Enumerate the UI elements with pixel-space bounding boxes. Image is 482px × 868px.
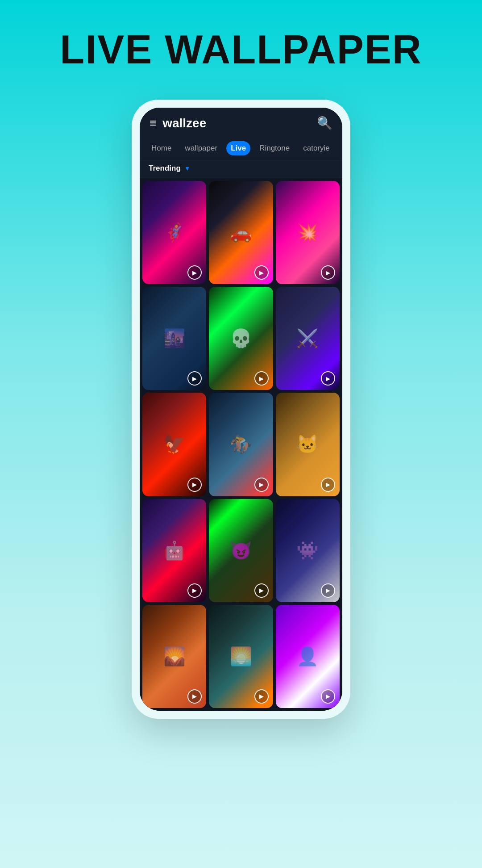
filter-label[interactable]: Trending (149, 164, 181, 173)
nav-tabs: Home wallpaper Live Ringtone catoryie (140, 138, 342, 160)
tab-wallpaper[interactable]: wallpaper (180, 141, 222, 155)
list-item[interactable]: 🌄 ▶ (142, 605, 206, 708)
list-item[interactable]: 🦸‍♂️ ▶ (142, 181, 206, 284)
play-button[interactable]: ▶ (254, 689, 269, 704)
phone-frame: ≡ wallzee 🔍 Home wallpaper Live Ringtone… (132, 100, 350, 719)
list-item[interactable]: 🌅 ▶ (209, 605, 273, 708)
page-title: LIVE WALLPAPER (60, 27, 422, 73)
list-item[interactable]: 💥 ▶ (276, 181, 340, 284)
tab-home[interactable]: Home (147, 141, 176, 155)
play-button[interactable]: ▶ (254, 371, 269, 386)
list-item[interactable]: 🤖 ▶ (142, 499, 206, 602)
list-item[interactable]: 🏇 ▶ (209, 393, 273, 496)
list-item[interactable]: 😈 ▶ (209, 499, 273, 602)
app-logo: wallzee (162, 116, 206, 130)
list-item[interactable]: 🦅 ▶ (142, 393, 206, 496)
list-item[interactable]: 👾 ▶ (276, 499, 340, 602)
list-item[interactable]: 🌆 ▶ (142, 287, 206, 390)
play-button[interactable]: ▶ (254, 478, 269, 492)
list-item[interactable]: ⚔️ ▶ (276, 287, 340, 390)
header-left: ≡ wallzee (150, 116, 206, 130)
play-button[interactable]: ▶ (321, 478, 335, 492)
play-button[interactable]: ▶ (254, 265, 269, 280)
play-button[interactable]: ▶ (187, 689, 202, 704)
app-header: ≡ wallzee 🔍 (140, 108, 342, 138)
tab-ringtone[interactable]: Ringtone (255, 141, 294, 155)
list-item[interactable]: 🐱 ▶ (276, 393, 340, 496)
play-button[interactable]: ▶ (321, 583, 335, 598)
tab-categories[interactable]: catoryie (299, 141, 334, 155)
hamburger-icon[interactable]: ≡ (150, 116, 156, 130)
wallpaper-grid: 🦸‍♂️ ▶ 🚗 ▶ 💥 ▶ 🌆 ▶ 💀 ▶ (140, 178, 342, 711)
search-icon[interactable]: 🔍 (317, 116, 332, 130)
play-button[interactable]: ▶ (321, 689, 335, 704)
list-item[interactable]: 🚗 ▶ (209, 181, 273, 284)
play-button[interactable]: ▶ (254, 583, 269, 598)
list-item[interactable]: 💀 ▶ (209, 287, 273, 390)
list-item[interactable]: 👤 ▶ (276, 605, 340, 708)
play-button[interactable]: ▶ (187, 478, 202, 492)
play-button[interactable]: ▶ (321, 265, 335, 280)
play-button[interactable]: ▶ (187, 583, 202, 598)
tab-live[interactable]: Live (226, 141, 250, 155)
phone-screen: ≡ wallzee 🔍 Home wallpaper Live Ringtone… (140, 108, 342, 711)
filter-row: Trending ▼ (140, 160, 342, 178)
chevron-down-icon[interactable]: ▼ (184, 165, 191, 172)
